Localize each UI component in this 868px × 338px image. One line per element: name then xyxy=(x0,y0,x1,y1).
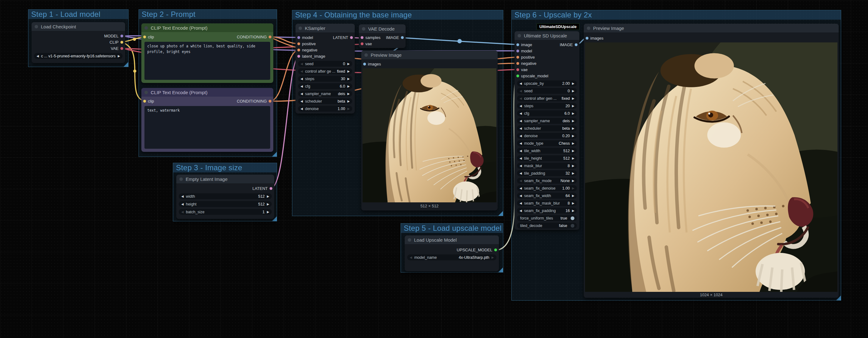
input-slot-negative[interactable]: negative xyxy=(515,60,579,66)
slot-dot[interactable] xyxy=(297,55,300,58)
right-arrow-icon[interactable]: ▶ xyxy=(491,256,494,259)
reroute-dot[interactable] xyxy=(133,70,136,73)
group-resize-handle[interactable] xyxy=(272,152,277,157)
widget-scheduler[interactable]: ◀schedulerbeta▶ xyxy=(517,125,577,131)
left-arrow-icon[interactable]: ◀ xyxy=(301,85,303,88)
widget-upscale-by[interactable]: ◀upscale_by2.00▶ xyxy=(517,80,577,87)
right-arrow-icon[interactable]: ▶ xyxy=(572,179,575,182)
right-arrow-icon[interactable]: ▶ xyxy=(572,187,575,190)
node-empty-latent-image[interactable]: Empty Latent Image LATENT ◀width512▶ ◀he… xyxy=(176,175,274,219)
group-header[interactable]: Step 6 - Upscale by 2x xyxy=(512,10,841,20)
widget-force-uniform-tiles[interactable]: force_uniform_tilestrue xyxy=(517,215,577,221)
input-slot-image[interactable]: image xyxy=(516,42,532,47)
left-arrow-icon[interactable]: ◀ xyxy=(520,179,522,182)
widget-width[interactable]: ◀width512▶ xyxy=(179,193,272,199)
left-arrow-icon[interactable]: ◀ xyxy=(520,202,522,205)
right-arrow-icon[interactable]: ▶ xyxy=(572,104,575,108)
widget-seed[interactable]: ◀seed0▶ xyxy=(298,61,352,67)
prompt-textarea[interactable]: close up photo of a white lion, best qua… xyxy=(145,42,270,80)
output-slot-model[interactable]: MODEL xyxy=(32,33,125,39)
right-arrow-icon[interactable]: ▶ xyxy=(572,127,575,130)
node-ksampler[interactable]: KSampler model LATENT positive negative … xyxy=(296,24,355,113)
widget-denoise[interactable]: ◀denoise0.20▶ xyxy=(517,133,577,139)
left-arrow-icon[interactable]: ◀ xyxy=(520,209,522,212)
output-slot-conditioning[interactable]: CONDITIONING xyxy=(237,99,272,103)
reroute-dot[interactable] xyxy=(133,38,136,41)
left-arrow-icon[interactable]: ◀ xyxy=(520,90,522,93)
collapse-dot-icon[interactable] xyxy=(362,27,365,31)
collapse-dot-icon[interactable] xyxy=(179,177,183,181)
right-arrow-icon[interactable]: ▶ xyxy=(572,149,575,153)
slot-dot[interactable] xyxy=(586,37,588,40)
slot-dot[interactable] xyxy=(120,47,123,50)
slot-dot[interactable] xyxy=(363,63,366,66)
widget-seed[interactable]: ◀seed0▶ xyxy=(517,88,577,94)
widget-seam-fix-mask-blur[interactable]: ◀seam_fix_mask_blur8▶ xyxy=(517,200,577,206)
right-arrow-icon[interactable]: ▶ xyxy=(572,157,575,160)
group-resize-handle[interactable] xyxy=(124,62,128,67)
right-arrow-icon[interactable]: ▶ xyxy=(572,90,575,93)
right-arrow-icon[interactable]: ▶ xyxy=(267,203,269,206)
widget-steps[interactable]: ◀steps20▶ xyxy=(517,103,577,109)
right-arrow-icon[interactable]: ▶ xyxy=(572,97,575,100)
node-header[interactable]: CLIP Text Encode (Prompt) xyxy=(141,88,273,97)
left-arrow-icon[interactable]: ◀ xyxy=(181,195,184,198)
input-slot-images[interactable]: images xyxy=(361,61,498,67)
left-arrow-icon[interactable]: ◀ xyxy=(520,134,522,137)
slot-dot[interactable] xyxy=(361,36,364,39)
left-arrow-icon[interactable]: ◀ xyxy=(301,77,303,80)
widget-tiled-decode[interactable]: tiled_decodefalse xyxy=(517,223,577,229)
widget-control-after-generate[interactable]: ◀control after ge ...fixed▶ xyxy=(298,68,352,74)
node-ultimate-sd-upscale[interactable]: UltimateSDUpscale Ultimate SD Upscale im… xyxy=(515,31,579,230)
node-header[interactable]: KSampler xyxy=(296,24,355,32)
left-arrow-icon[interactable]: ◀ xyxy=(520,164,522,167)
node-header[interactable]: Load Upscale Model xyxy=(405,235,499,244)
output-slot-vae[interactable]: VAE xyxy=(32,45,125,52)
input-slot-clip[interactable]: clip xyxy=(143,99,154,103)
left-arrow-icon[interactable]: ◀ xyxy=(301,92,303,95)
input-slot-latent-image[interactable]: latent_image xyxy=(296,53,355,59)
slot-dot[interactable] xyxy=(269,100,272,103)
left-arrow-icon[interactable]: ◀ xyxy=(301,100,303,103)
left-arrow-icon[interactable]: ◀ xyxy=(301,70,303,73)
slot-dot[interactable] xyxy=(516,68,519,71)
node-header[interactable]: Empty Latent Image xyxy=(176,175,274,183)
node-header[interactable]: Ultimate SD Upscale xyxy=(515,31,579,40)
collapse-dot-icon[interactable] xyxy=(145,26,148,30)
group-resize-handle[interactable] xyxy=(498,268,503,272)
left-arrow-icon[interactable]: ◀ xyxy=(520,127,522,130)
slot-dot[interactable] xyxy=(350,36,353,39)
left-arrow-icon[interactable]: ◀ xyxy=(520,142,522,145)
node-load-upscale-model[interactable]: Load Upscale Model UPSCALE_MODEL ◀model_… xyxy=(405,235,499,271)
input-slot-vae[interactable]: vae xyxy=(359,40,406,47)
left-arrow-icon[interactable]: ◀ xyxy=(520,157,522,160)
slot-dot[interactable] xyxy=(297,36,300,39)
node-header[interactable]: Preview Image xyxy=(584,24,839,32)
group-header[interactable]: Step 3 - Image size xyxy=(173,163,277,172)
group-header[interactable]: Step 1 - Load model xyxy=(28,10,128,19)
right-arrow-icon[interactable]: ▶ xyxy=(347,92,350,95)
widget-height[interactable]: ◀height512▶ xyxy=(179,201,272,207)
left-arrow-icon[interactable]: ◀ xyxy=(181,210,184,213)
slot-dot[interactable] xyxy=(575,43,578,46)
right-arrow-icon[interactable]: ▶ xyxy=(267,210,269,213)
widget-mode-type[interactable]: ◀mode_typeChess▶ xyxy=(517,140,577,146)
node-preview-image-upscaled[interactable]: Preview Image images 1024 × 1024 xyxy=(584,24,839,298)
right-arrow-icon[interactable]: ▶ xyxy=(572,164,575,167)
input-slot-vae[interactable]: vae xyxy=(515,66,579,73)
input-slot-positive[interactable]: positive xyxy=(296,40,355,47)
left-arrow-icon[interactable]: ◀ xyxy=(36,55,39,58)
widget-batch-size[interactable]: ◀batch_size1▶ xyxy=(179,209,272,215)
group-header[interactable]: Step 5 - Load upscale model xyxy=(401,224,503,233)
slot-dot[interactable] xyxy=(120,35,123,37)
widget-scheduler[interactable]: ◀schedulerbeta▶ xyxy=(298,98,352,104)
right-arrow-icon[interactable]: ▶ xyxy=(572,120,575,123)
output-slot-latent[interactable]: LATENT xyxy=(333,35,353,40)
slot-dot[interactable] xyxy=(270,187,272,190)
right-arrow-icon[interactable]: ▶ xyxy=(572,134,575,137)
node-header[interactable]: Load Checkpoint xyxy=(32,22,125,31)
widget-cfg[interactable]: ◀cfg6.0▶ xyxy=(298,83,352,89)
collapse-dot-icon[interactable] xyxy=(145,91,148,94)
slot-dot[interactable] xyxy=(143,36,146,38)
widget-sampler-name[interactable]: ◀sampler_namedeis▶ xyxy=(298,91,352,97)
